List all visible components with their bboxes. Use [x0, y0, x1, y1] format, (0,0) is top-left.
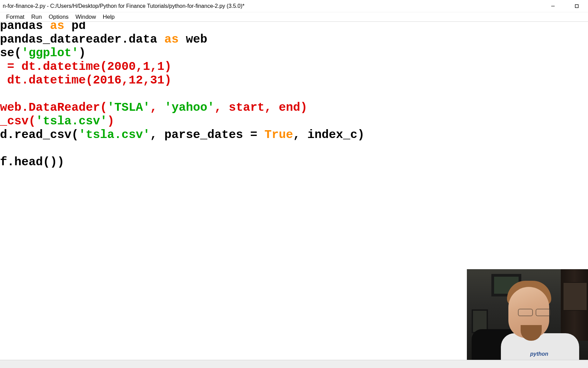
- t: 'TSLA': [107, 101, 150, 114]
- t: as: [164, 33, 179, 46]
- t: web: [179, 33, 207, 46]
- title-bar: n-for-finance-2.py - C:/Users/H/Desktop/…: [0, 0, 588, 12]
- t: 'tsla.csv': [36, 114, 107, 128]
- t: = pd.read_csv(: [0, 128, 79, 142]
- t: 'yahoo': [164, 101, 214, 114]
- t: le.use(: [0, 46, 21, 60]
- webcam-shirt-logo: python: [530, 351, 548, 357]
- menu-window[interactable]: Window: [72, 13, 99, 21]
- t: pandas_datareader.data: [0, 33, 164, 46]
- t: , parse_dates =: [150, 128, 264, 142]
- webcam-shelf: [561, 269, 588, 341]
- menu-format[interactable]: Format: [3, 13, 28, 21]
- t: True: [264, 128, 293, 142]
- t: pandas: [0, 22, 50, 33]
- status-bar: [0, 360, 588, 368]
- t: nt(df.head()): [0, 155, 64, 169]
- menu-help[interactable]: Help: [99, 13, 118, 21]
- menu-run[interactable]: Run: [28, 13, 45, 21]
- t: , index_c): [293, 128, 364, 142]
- t: tart = dt.datetime(2000,1,1): [0, 60, 172, 74]
- t: ): [107, 114, 114, 128]
- window-controls: [545, 1, 586, 11]
- t: ): [79, 46, 86, 60]
- minimize-button[interactable]: [545, 1, 561, 11]
- t: 'ggplot': [21, 46, 79, 60]
- t: as: [50, 22, 64, 33]
- t: f = web.DataReader(: [0, 101, 107, 114]
- t: nd = dt.datetime(2016,12,31): [0, 74, 172, 87]
- code-content: ort pandas as pd ort pandas_datareader.d…: [0, 22, 364, 169]
- t: , start, end): [214, 101, 307, 114]
- svg-rect-1: [575, 4, 578, 7]
- webcam-overlay: python: [467, 269, 588, 360]
- menu-options[interactable]: Options: [45, 13, 72, 21]
- window-title: n-for-finance-2.py - C:/Users/H/Desktop/…: [3, 3, 245, 9]
- t: 'tsla.csv': [79, 128, 150, 142]
- maximize-button[interactable]: [569, 1, 585, 11]
- webcam-glasses: [518, 309, 555, 316]
- t: f.to_csv(: [0, 114, 36, 128]
- menu-bar: Format Run Options Window Help: [0, 12, 588, 22]
- t: ,: [150, 101, 164, 114]
- t: pd: [64, 22, 86, 33]
